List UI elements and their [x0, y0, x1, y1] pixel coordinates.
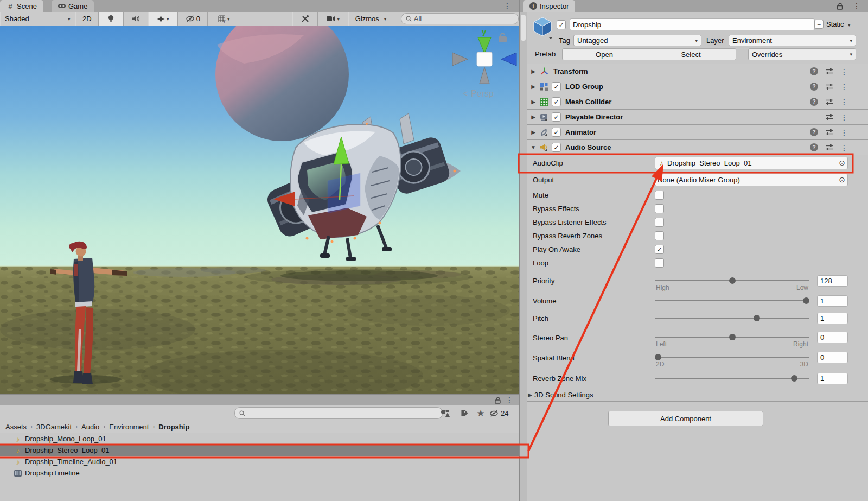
filter-by-type-icon[interactable]: [437, 407, 452, 420]
priority-slider[interactable]: High Low: [655, 277, 809, 293]
component-enabled-checkbox[interactable]: ✓: [552, 143, 561, 152]
static-dropdown-arrow-icon[interactable]: ▾: [848, 22, 851, 28]
component-playable-director[interactable]: ▶ ✓ Playable Director ⋮: [527, 109, 868, 124]
foldout-icon[interactable]: ▶: [530, 99, 537, 105]
component-transform[interactable]: ▶ Transform ? ⋮: [527, 64, 868, 79]
component-menu-icon[interactable]: ⋮: [840, 113, 848, 122]
loop-checkbox[interactable]: ✓: [655, 258, 664, 268]
favorites-star-icon[interactable]: ★: [473, 407, 488, 420]
shading-mode-dropdown[interactable]: Shaded ▾: [0, 12, 75, 26]
static-checkbox[interactable]: −: [814, 20, 824, 29]
foldout-icon[interactable]: ▼: [530, 144, 537, 150]
scene-camera-button[interactable]: ▾: [318, 12, 349, 26]
component-menu-icon[interactable]: ⋮: [840, 67, 848, 76]
help-icon[interactable]: ?: [810, 98, 818, 106]
scene-grid-button[interactable]: Y ▾: [208, 12, 240, 26]
foldout-icon[interactable]: ▶: [530, 129, 537, 135]
volume-value-field[interactable]: 1: [817, 295, 848, 307]
component-menu-icon[interactable]: ⋮: [840, 143, 848, 152]
scene-tools-button[interactable]: [292, 12, 318, 26]
play-on-awake-checkbox[interactable]: ✓: [655, 245, 664, 254]
component-enabled-checkbox[interactable]: ✓: [552, 82, 561, 91]
foldout-icon[interactable]: ▶: [530, 68, 537, 74]
priority-value-field[interactable]: 128: [817, 275, 848, 287]
presets-icon[interactable]: [825, 113, 833, 121]
inspector-lock-icon[interactable]: [837, 3, 843, 10]
breadcrumb-3dgamekit[interactable]: 3DGamekit: [36, 423, 72, 431]
add-component-button[interactable]: Add Component: [608, 411, 763, 426]
scene-menu-icon[interactable]: ⋮: [503, 2, 511, 10]
component-mesh-collider[interactable]: ▶ ✓ Mesh Collider ? ⋮: [527, 94, 868, 109]
breadcrumb-dropship[interactable]: Dropship: [158, 423, 189, 431]
2d-toggle-button[interactable]: 2D: [75, 12, 99, 26]
layer-dropdown[interactable]: Environment ▾: [729, 35, 856, 46]
scene-effects-button[interactable]: ▾: [148, 12, 178, 26]
inspector-scrollbar[interactable]: [520, 12, 527, 501]
component-menu-icon[interactable]: ⋮: [840, 83, 848, 91]
spatial-blend-slider[interactable]: 2D 3D: [655, 354, 809, 370]
component-enabled-checkbox[interactable]: ✓: [552, 97, 561, 106]
component-animator[interactable]: ▶ ✓ Animator ? ⋮: [527, 124, 868, 139]
file-dropship-mono-loop[interactable]: ♪ Dropship_Mono_Loop_01: [0, 433, 519, 445]
foldout-icon[interactable]: ▶: [527, 392, 533, 398]
object-picker-icon[interactable]: ⊙: [839, 158, 845, 167]
project-visibility-toggle[interactable]: 24: [489, 407, 518, 420]
inspector-menu-icon[interactable]: ⋮: [853, 2, 860, 10]
presets-icon[interactable]: [825, 98, 833, 105]
component-enabled-checkbox[interactable]: ✓: [552, 128, 561, 137]
audioclip-object-field[interactable]: ♪ Dropship_Stereo_Loop_01 ⊙: [655, 157, 848, 169]
scene-audio-button[interactable]: [124, 12, 148, 26]
presets-icon[interactable]: [825, 68, 833, 75]
lock-icon[interactable]: [494, 397, 501, 404]
tab-inspector[interactable]: i Inspector: [523, 0, 575, 12]
slider-handle[interactable]: [655, 354, 661, 360]
help-icon[interactable]: ?: [810, 143, 818, 151]
3d-sound-settings-row[interactable]: ▶ 3D Sound Settings: [527, 387, 868, 402]
spatial-blend-value-field[interactable]: 0: [817, 352, 848, 363]
component-audio-source[interactable]: ▼ ✓ Audio Source ? ⋮: [527, 139, 868, 155]
stereo-pan-value-field[interactable]: 0: [817, 332, 848, 343]
object-picker-icon[interactable]: ⊙: [839, 175, 845, 184]
help-icon[interactable]: ?: [810, 83, 818, 91]
file-dropship-stereo-loop[interactable]: ♪ Dropship_Stereo_Loop_01: [0, 445, 519, 456]
gameobject-active-checkbox[interactable]: ✓: [557, 20, 566, 29]
slider-handle[interactable]: [729, 277, 736, 284]
slider-handle[interactable]: [754, 315, 760, 321]
project-menu-icon[interactable]: ⋮: [506, 396, 513, 404]
bypass-listener-effects-checkbox[interactable]: ✓: [655, 218, 664, 227]
help-icon[interactable]: ?: [810, 128, 818, 136]
volume-slider[interactable]: [655, 293, 809, 309]
prefab-overrides-dropdown[interactable]: Overrides ▾: [748, 48, 856, 60]
help-icon[interactable]: ?: [810, 67, 818, 75]
slider-handle[interactable]: [729, 334, 736, 340]
gizmos-dropdown[interactable]: Gizmos ▾: [348, 12, 393, 26]
breadcrumb-assets[interactable]: Assets: [5, 423, 27, 431]
presets-icon[interactable]: [825, 144, 833, 151]
component-lod-group[interactable]: ▶ ✓ LOD Group ? ⋮: [527, 79, 868, 94]
pitch-slider[interactable]: [655, 309, 809, 327]
scene-lighting-button[interactable]: [99, 12, 123, 26]
stereo-pan-slider[interactable]: Left Right: [655, 334, 809, 350]
prefab-open-button[interactable]: Open: [562, 48, 647, 60]
component-menu-icon[interactable]: ⋮: [840, 128, 848, 137]
mute-checkbox[interactable]: ✓: [655, 191, 664, 200]
file-dropship-timeline[interactable]: DropshipTimeline: [0, 467, 519, 479]
gameobject-cube-icon[interactable]: [532, 16, 553, 39]
bypass-reverb-zones-checkbox[interactable]: ✓: [655, 231, 664, 240]
component-menu-icon[interactable]: ⋮: [840, 98, 848, 106]
project-search-input[interactable]: [234, 407, 443, 419]
scene-search-input[interactable]: All: [401, 13, 519, 24]
filter-by-label-icon[interactable]: [456, 407, 471, 420]
tag-dropdown[interactable]: Untagged ▾: [573, 35, 701, 46]
bypass-effects-checkbox[interactable]: ✓: [655, 204, 664, 213]
slider-handle[interactable]: [803, 297, 809, 304]
breadcrumb-environment[interactable]: Environment: [109, 423, 149, 431]
output-object-field[interactable]: None (Audio Mixer Group) ⊙: [655, 174, 848, 186]
tab-game[interactable]: Game: [52, 0, 94, 12]
presets-icon[interactable]: [825, 129, 833, 136]
component-enabled-checkbox[interactable]: ✓: [552, 112, 561, 122]
prefab-select-button[interactable]: Select: [646, 48, 736, 60]
foldout-icon[interactable]: ▶: [530, 84, 537, 90]
pitch-value-field[interactable]: 1: [817, 313, 848, 324]
reverb-zone-mix-slider[interactable]: [655, 370, 809, 387]
